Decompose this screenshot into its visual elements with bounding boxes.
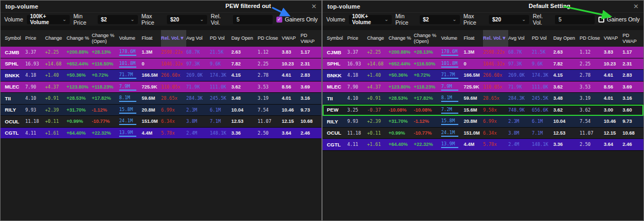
cell-volume[interactable]: 101.8M — [441, 60, 464, 68]
table-row-mlec[interactable]: MLEC7.90+4.37+123.80%+118.23%7.9M725.9K1… — [1, 82, 321, 93]
column-header-pd_vwap[interactable]: PD VWAP — [623, 33, 643, 44]
column-header-volume[interactable]: Volume — [119, 35, 142, 41]
column-header-pd_vol[interactable]: PD Vol — [210, 35, 231, 41]
cell-avg_vol: 97.3K — [186, 61, 210, 67]
table-row-ocul[interactable]: OCUL11.18+0.11+0.99%-10.77%24.1M151.0M6.… — [323, 128, 643, 139]
cell-rel_vol: 6.34x — [161, 119, 186, 124]
table-row-cjmb[interactable]: CJMB3.37+2.25+200.88%+28.13%178.6M1.3M25… — [1, 47, 321, 58]
column-header-price[interactable]: Price — [25, 35, 45, 41]
volume-link[interactable]: 178.6M — [441, 49, 458, 56]
table-row-bnkk[interactable]: BNKK4.18+1.40+50.36%+0.72%71.7M166.5M266… — [323, 70, 643, 82]
column-header-rel_vol[interactable]: Rel. Vol.▼ — [483, 30, 508, 47]
cell-pd_close: 2.78 — [258, 72, 282, 78]
table-row-sphl[interactable]: SPHL16.93+14.68+652.44%+116.50%101.8M010… — [323, 58, 643, 70]
volume-link[interactable]: 13.9M — [441, 141, 458, 148]
column-header-change_pct[interactable]: Change % — [389, 35, 414, 41]
cell-volume[interactable]: 71.7M — [441, 71, 464, 79]
table-row-mlec[interactable]: MLEC7.90+4.37+123.80%+118.23%7.9M725.9K1… — [323, 82, 643, 93]
cell-volume[interactable]: 15.8M — [441, 117, 464, 125]
volume-link[interactable]: 71.7M — [441, 72, 458, 79]
cell-volume[interactable]: 15.8M — [119, 106, 142, 114]
cell-change_pct_open: +0.72% — [92, 72, 119, 78]
column-header-change_pct_open[interactable]: Change % (Open) — [414, 33, 441, 44]
column-header-avg_vol[interactable]: Avg Vol — [508, 35, 532, 41]
max-price-dropdown[interactable]: $20 ⌄ — [167, 15, 207, 24]
cell-volume[interactable]: 7.9M — [441, 83, 464, 91]
volume-link[interactable]: 8.1M — [441, 95, 458, 102]
column-header-change[interactable]: Change — [45, 35, 67, 41]
table-row-pew[interactable]: PEW3.25-0.37-10.08%-10.08%7.2M15.6M9.58x… — [323, 105, 643, 116]
cell-volume[interactable]: 24.1M — [119, 117, 142, 125]
close-icon[interactable]: ✕ — [633, 3, 639, 10]
column-header-day_open[interactable]: Day Open — [553, 35, 580, 41]
table-row-cjmb[interactable]: CJMB3.37+2.25+200.88%+28.13%178.6M1.3M25… — [323, 47, 643, 58]
table-row-rily[interactable]: RILY9.93+2.39+31.70%-1.12%15.8M20.8M6.99… — [1, 105, 321, 116]
cell-volume[interactable]: 24.1M — [441, 129, 464, 137]
workspace: top-volume ✕ PEW filtered out Volume 100… — [0, 0, 644, 221]
volume-link[interactable]: 71.7M — [119, 72, 136, 79]
volume-link[interactable]: 178.6M — [119, 49, 136, 56]
cell-volume[interactable]: 101.8M — [119, 60, 142, 68]
min-price-dropdown[interactable]: $2 ⌄ — [98, 15, 138, 24]
column-header-pd_vol[interactable]: PD Vol — [532, 35, 553, 41]
table-row-tii[interactable]: TII4.10+0.91+28.53%+17.82%8.1M59.6M28.65… — [323, 93, 643, 105]
column-header-vwap[interactable]: VWAP — [604, 35, 623, 41]
column-header-float[interactable]: Float — [464, 35, 483, 41]
table-row-cgtl[interactable]: CGTL4.11+1.61+64.40%+22.32%13.9M4.4M5.78… — [323, 139, 643, 151]
column-header-float[interactable]: Float — [142, 35, 161, 41]
table-row-rily[interactable]: RILY9.93+2.39+31.70%-1.12%15.8M20.8M6.99… — [323, 116, 643, 128]
cell-rel_vol: 6.99x — [161, 107, 186, 113]
volume-link[interactable]: 7.9M — [119, 84, 136, 91]
volume-link[interactable]: 101.8M — [119, 61, 136, 68]
cell-volume[interactable]: 13.9M — [119, 129, 142, 137]
scanner-panel-left: top-volume ✕ PEW filtered out Volume 100… — [0, 0, 322, 221]
volume-link[interactable]: 7.2M — [441, 107, 458, 114]
table-row-cgtl[interactable]: CGTL4.11+1.61+64.40%+22.32%13.9M4.4M5.78… — [1, 128, 321, 139]
cell-volume[interactable]: 7.9M — [119, 83, 142, 91]
volume-link[interactable]: 15.8M — [119, 107, 136, 114]
volume-link[interactable]: 101.8M — [441, 61, 458, 68]
volume-link[interactable]: 15.8M — [441, 118, 458, 125]
volume-link[interactable]: 13.9M — [119, 130, 136, 137]
cell-volume[interactable]: 13.9M — [441, 141, 464, 148]
min-price-dropdown[interactable]: $2 ⌄ — [420, 15, 460, 24]
table-row-sphl[interactable]: SPHL16.93+14.68+652.44%+116.50%101.8M010… — [1, 58, 321, 70]
cell-volume[interactable]: 71.7M — [119, 71, 142, 79]
cell-volume[interactable]: 178.6M — [119, 48, 142, 56]
cell-avg_vol: 2.3M — [186, 107, 210, 113]
column-header-change[interactable]: Change — [367, 35, 389, 41]
column-header-symbol[interactable]: Symbol — [327, 35, 347, 41]
table-row-bnkk[interactable]: BNKK4.18+1.40+50.36%+0.72%71.7M166.5M266… — [1, 70, 321, 82]
cell-day_open: 4.15 — [553, 72, 580, 78]
column-header-change_pct_open[interactable]: Change % (Open) — [92, 33, 119, 44]
volume-filter-dropdown[interactable]: 100K+ Volume ⌄ — [349, 15, 392, 24]
column-header-vwap[interactable]: VWAP — [282, 35, 301, 41]
volume-filter-dropdown[interactable]: 100K+ Volume ⌄ — [27, 15, 70, 24]
column-header-volume[interactable]: Volume — [441, 35, 464, 41]
column-header-change_pct[interactable]: Change % — [67, 35, 92, 41]
table-row-ocul[interactable]: OCUL11.18+0.11+0.99%-10.77%24.1M151.0M6.… — [1, 116, 321, 128]
cell-volume[interactable]: 8.1M — [119, 94, 142, 102]
close-icon[interactable]: ✕ — [311, 3, 317, 10]
table-row-tii[interactable]: TII4.10+0.91+28.53%+17.82%8.1M59.6M28.65… — [1, 93, 321, 105]
cell-volume[interactable]: 7.2M — [441, 106, 464, 114]
column-header-pd_close[interactable]: PD Close — [258, 35, 282, 41]
volume-link[interactable]: 7.9M — [441, 84, 458, 91]
volume-link[interactable]: 24.1M — [119, 118, 136, 125]
rel-vol-input[interactable] — [233, 15, 273, 24]
column-header-pd_vwap[interactable]: PD VWAP — [301, 33, 321, 44]
column-header-day_open[interactable]: Day Open — [231, 35, 258, 41]
volume-link[interactable]: 24.1M — [441, 130, 458, 137]
cell-day_open: 4.15 — [231, 72, 258, 78]
column-header-symbol[interactable]: Symbol — [5, 35, 25, 41]
cell-day_open: 3.62 — [553, 84, 580, 90]
cell-vwap: 8.56 — [282, 84, 301, 90]
cell-volume[interactable]: 8.1M — [441, 94, 464, 102]
volume-link[interactable]: 8.1M — [119, 95, 136, 102]
cell-volume[interactable]: 178.6M — [441, 48, 464, 56]
column-header-rel_vol[interactable]: Rel. Vol.▼ — [161, 30, 186, 47]
column-header-avg_vol[interactable]: Avg Vol — [186, 35, 210, 41]
max-price-dropdown[interactable]: $20 ⌄ — [489, 15, 529, 24]
column-header-pd_close[interactable]: PD Close — [580, 35, 604, 41]
column-header-price[interactable]: Price — [347, 35, 367, 41]
